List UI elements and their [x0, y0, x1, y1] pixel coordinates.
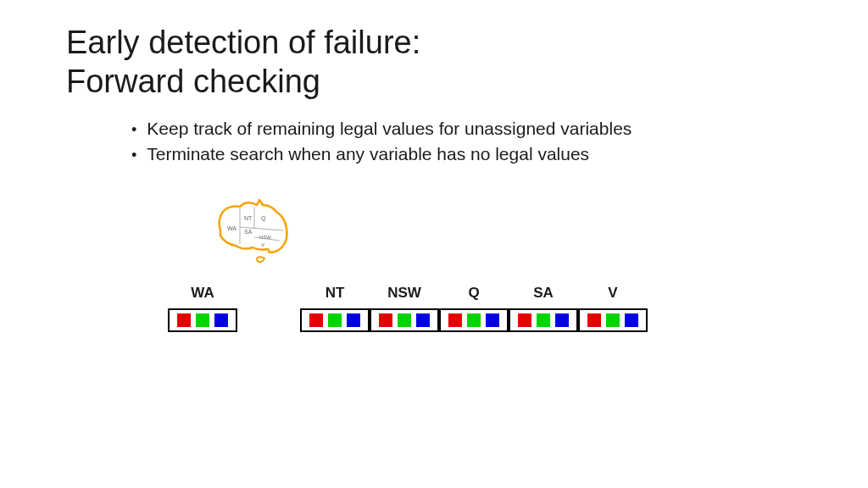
variable-column: WA	[168, 285, 237, 332]
title-line-2: Forward checking	[66, 63, 420, 102]
color-swatch-red	[518, 313, 531, 327]
variable-label: SA	[533, 285, 554, 303]
color-swatch-blue	[625, 313, 638, 327]
color-swatch-blue	[416, 313, 430, 327]
color-swatch-red	[448, 313, 462, 327]
color-swatch-green	[398, 313, 411, 327]
title-line-1: Early detection of failure:	[66, 24, 420, 63]
domain-box	[439, 308, 509, 332]
variable-column: NSW	[370, 285, 439, 332]
slide-title: Early detection of failure: Forward chec…	[66, 24, 420, 101]
color-swatch-red	[177, 313, 191, 327]
map-label-v: V	[261, 242, 264, 247]
bullet-text: Keep track of remaining legal values for…	[147, 119, 632, 139]
variable-label: NT	[326, 285, 345, 303]
variable-label: Q	[468, 285, 479, 303]
map-label-q: Q	[261, 215, 266, 222]
color-swatch-green	[537, 313, 550, 327]
variable-column: SA	[509, 285, 578, 332]
map-label-nsw: NSW	[259, 235, 271, 240]
color-swatch-blue	[347, 313, 360, 327]
color-swatch-blue	[214, 313, 228, 327]
domain-box	[300, 308, 370, 332]
domain-box	[370, 308, 439, 332]
bullet-dot-icon: •	[131, 147, 136, 164]
color-swatch-blue	[486, 313, 499, 327]
color-swatch-blue	[555, 313, 569, 327]
bullet-item: • Keep track of remaining legal values f…	[131, 119, 632, 139]
variable-column: Q	[439, 285, 509, 332]
domain-row: WANTNSWQSAV	[168, 285, 648, 332]
variable-column: NT	[300, 285, 370, 332]
variable-label: NSW	[387, 285, 421, 303]
color-swatch-red	[379, 313, 392, 327]
map-label-wa: WA	[227, 225, 236, 231]
domain-box	[509, 308, 578, 332]
color-swatch-red	[309, 313, 323, 327]
variable-label: V	[608, 285, 617, 303]
color-swatch-green	[467, 313, 481, 327]
color-swatch-green	[606, 313, 620, 327]
map-label-nt: NT	[244, 215, 253, 221]
bullet-dot-icon: •	[131, 121, 136, 139]
domain-box	[168, 308, 237, 332]
variable-label: WA	[191, 285, 214, 303]
color-swatch-green	[328, 313, 342, 327]
color-swatch-green	[196, 313, 209, 327]
bullet-text: Terminate search when any variable has n…	[147, 144, 589, 164]
color-swatch-red	[587, 313, 601, 327]
domain-box	[578, 308, 648, 332]
variable-column: V	[578, 285, 648, 332]
map-label-sa: SA	[244, 229, 253, 235]
bullet-list: • Keep track of remaining legal values f…	[131, 119, 632, 169]
bullet-item: • Terminate search when any variable has…	[131, 144, 632, 164]
australia-map-icon: WA NT Q SA NSW V	[210, 197, 295, 269]
